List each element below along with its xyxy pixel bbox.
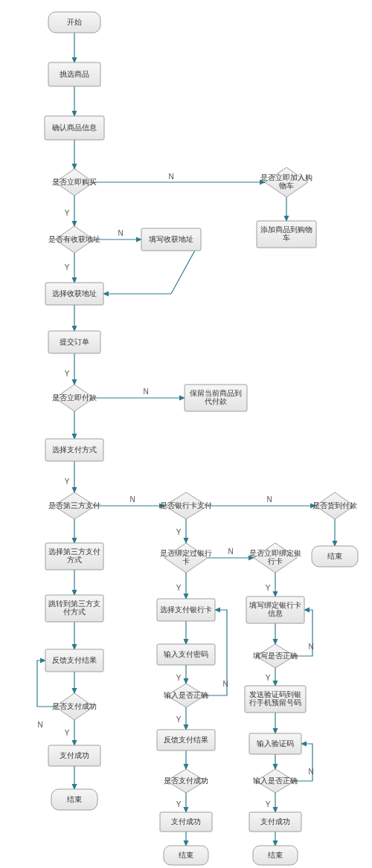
- node-label-pay_succ3: 支付成功: [60, 751, 89, 759]
- node-label-feedback3: 反馈支付结果: [52, 656, 97, 664]
- edge-label-is_third-is_bank: N: [129, 495, 135, 504]
- node-feedback3: 反馈支付结果: [45, 649, 103, 672]
- node-label-sel_pay: 选择支付方式: [52, 446, 97, 454]
- node-is_third: 是否第三方支付: [48, 492, 100, 519]
- edge-label-bound_card-bind_now: N: [228, 547, 233, 556]
- node-fill_ok: 填写是否正确: [252, 644, 298, 668]
- node-label-input_code: 输入验证码: [257, 739, 294, 748]
- node-label-sel_card: 选择支付银行卡: [160, 605, 212, 614]
- node-label-code_ok: 输入是否正确: [253, 777, 298, 785]
- edge-label-sel_pay-is_third: Y: [65, 478, 70, 486]
- node-label-pay_succ_b: 支付成功: [171, 817, 201, 826]
- node-label-buy_now: 是否立即购买: [52, 178, 97, 186]
- edge-label-has_addr-sel_addr: Y: [65, 263, 70, 271]
- node-confirm_goods: 确认商品信息: [45, 116, 104, 140]
- node-pay_ok_b: 是否支付成功: [164, 769, 208, 793]
- node-label-add_cart_q: 是否立即加入购: [260, 173, 312, 181]
- edge-label-fill_ok-send_code: Y: [266, 674, 271, 682]
- node-input_code: 输入验证码: [249, 733, 301, 754]
- node-label-pay_ok_b: 是否支付成功: [164, 777, 208, 785]
- svg-text:代付款: 代付款: [204, 397, 227, 405]
- node-is_bank: 是否银行卡支付: [160, 492, 212, 519]
- svg-text:信息: 信息: [268, 609, 283, 617]
- node-start: 开始: [48, 12, 100, 33]
- node-label-is_bank: 是否银行卡支付: [160, 501, 212, 509]
- node-input_pwd: 输入支付密码: [157, 644, 215, 665]
- node-sel_pay: 选择支付方式: [45, 439, 103, 461]
- node-label-pwd_ok: 输入是否正确: [164, 691, 208, 699]
- node-label-pay_ok3: 是否支付成功: [52, 702, 97, 710]
- edge-label-buy_now-has_addr: Y: [65, 209, 70, 217]
- node-label-end_c: 结束: [268, 851, 283, 859]
- edge-label-bind_now-fill_bind: Y: [266, 584, 271, 592]
- edge-label-pay_ok3-feedback3: N: [37, 721, 42, 729]
- node-submit_order: 提交订单: [48, 331, 100, 353]
- node-label-end3: 结束: [67, 795, 82, 803]
- node-label-jump_3rd: 跳转到第三方支: [48, 599, 100, 608]
- node-sel_card: 选择支付银行卡: [157, 599, 215, 621]
- edge-label-is_bank-bound_card: Y: [176, 528, 182, 536]
- node-fill_addr: 填写收获地址: [141, 228, 201, 251]
- node-end3: 结束: [51, 789, 97, 810]
- node-label-has_addr: 是否有收获地址: [48, 235, 100, 243]
- edge-label-pwd_ok-feedback_b: Y: [176, 716, 182, 724]
- node-end_c: 结束: [253, 846, 298, 865]
- edge-label-input_pwd-pwd_ok: Y: [176, 674, 182, 682]
- node-pay_now: 是否立即付款: [52, 385, 97, 411]
- node-bind_now: 是否立即绑定银行卡: [249, 543, 301, 573]
- node-add_cart_q: 是否立即加入购物车: [260, 167, 312, 197]
- node-add_cart_p: 添加商品到购物车: [257, 221, 316, 248]
- node-label-start: 开始: [67, 18, 82, 26]
- node-has_addr: 是否有收获地址: [48, 226, 100, 253]
- node-label-bind_now: 是否立即绑定银: [249, 549, 301, 557]
- node-label-add_cart_p: 添加商品到购物: [260, 225, 312, 234]
- edge-label-submit_order-pay_now: Y: [65, 370, 70, 378]
- svg-text:车: 车: [283, 234, 290, 242]
- node-pay_succ_c: 支付成功: [249, 812, 301, 832]
- node-end_b: 结束: [164, 846, 208, 865]
- edge-label-pay_ok3-pay_succ3: Y: [65, 729, 70, 737]
- node-label-end_cod: 结束: [327, 552, 342, 560]
- node-pay_succ3: 支付成功: [48, 745, 100, 766]
- node-pay_succ_b: 支付成功: [160, 812, 212, 832]
- node-label-end_b: 结束: [179, 851, 193, 859]
- edge-label-pay_now-keep_goods: N: [143, 388, 148, 396]
- node-send_code: 发送验证码到银行手机预留号码: [245, 686, 306, 713]
- svg-text:物车: 物车: [279, 181, 294, 190]
- node-feedback_b: 反馈支付结果: [157, 730, 215, 750]
- node-label-sel_addr: 选择收获地址: [52, 289, 97, 298]
- node-end_cod: 结束: [312, 546, 358, 567]
- node-label-is_cod: 是否货到付款: [312, 501, 357, 509]
- node-label-sel_3rd: 选择第三方支付: [48, 547, 100, 556]
- edge-label-pwd_ok-sel_card: N: [222, 680, 228, 688]
- node-label-input_pwd: 输入支付密码: [164, 650, 208, 658]
- svg-text:行卡: 行卡: [268, 557, 283, 565]
- node-label-keep_goods: 保留当前商品到: [190, 389, 242, 397]
- node-label-submit_order: 提交订单: [60, 338, 89, 346]
- node-label-confirm_goods: 确认商品信息: [51, 123, 97, 132]
- node-label-pick_goods: 挑选商品: [60, 70, 89, 78]
- edge-label-code_ok-pay_succ_c: Y: [266, 800, 271, 808]
- node-code_ok: 输入是否正确: [253, 769, 298, 793]
- edge-label-has_addr-fill_addr: N: [118, 229, 123, 237]
- edge-label-fill_ok-fill_bind: N: [308, 643, 313, 651]
- node-sel_3rd: 选择第三方支付方式: [45, 543, 103, 570]
- node-label-bound_card: 是否绑定过银行: [160, 549, 212, 557]
- node-label-send_code: 发送验证码到银: [249, 690, 301, 698]
- node-bound_card: 是否绑定过银行卡: [160, 543, 212, 573]
- edge-label-pay_ok_b-pay_succ_b: Y: [176, 800, 182, 808]
- node-label-pay_now: 是否立即付款: [52, 393, 97, 402]
- node-keep_goods: 保留当前商品到代付款: [185, 385, 247, 411]
- node-pick_goods: 挑选商品: [48, 62, 100, 86]
- svg-text:行手机预留号码: 行手机预留号码: [249, 698, 301, 707]
- flowchart-canvas: YNYNYNYNYNYNYNYYYNYNYYN开始挑选商品确认商品信息是否立即购…: [0, 0, 372, 868]
- node-pay_ok3: 是否支付成功: [52, 693, 97, 720]
- node-label-fill_bind: 填写绑定银行卡: [248, 601, 301, 609]
- edge-label-code_ok-input_code: N: [308, 768, 313, 776]
- node-label-fill_ok: 填写是否正确: [252, 652, 298, 660]
- node-jump_3rd: 跳转到第三方支付方式: [45, 595, 103, 622]
- node-label-is_third: 是否第三方支付: [48, 501, 100, 509]
- edge-label-bound_card-sel_card: Y: [176, 584, 182, 592]
- svg-text:付方式: 付方式: [63, 608, 86, 616]
- node-is_cod: 是否货到付款: [312, 492, 357, 519]
